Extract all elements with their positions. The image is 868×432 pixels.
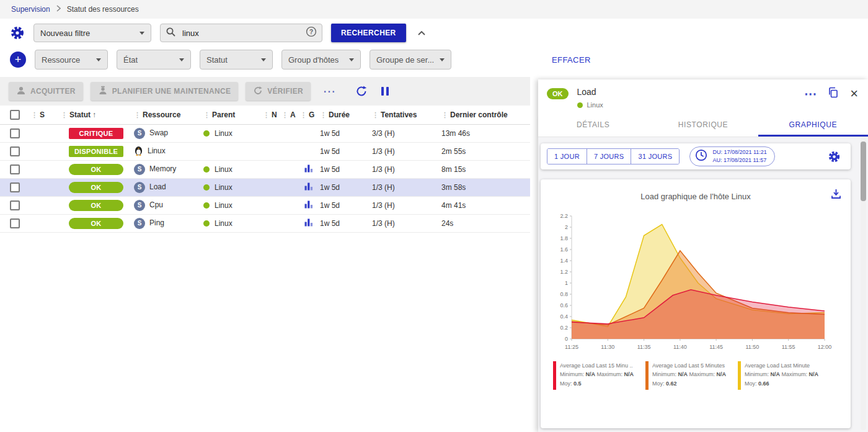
svg-text:11:45: 11:45 [709, 344, 723, 350]
row-checkbox[interactable] [10, 128, 20, 138]
drag-handle-icon[interactable]: ⋮ [31, 111, 38, 119]
resource-cell[interactable]: SLoad [133, 178, 202, 196]
column-header-parent[interactable]: ⋮Parent [202, 106, 262, 124]
breadcrumb-supervision[interactable]: Supervision [11, 5, 50, 14]
column-header-ressource[interactable]: ⋮Ressource [133, 106, 202, 124]
criteria-select-4[interactable]: Group d'hôtes [281, 50, 361, 70]
ack-cell [280, 160, 299, 178]
chevron-down-icon [349, 58, 354, 61]
downtime-button[interactable]: PLANIFIER UNE MAINTENANCE [91, 82, 239, 101]
select-all-checkbox[interactable] [10, 110, 20, 120]
more-actions-icon[interactable]: ⋯ [323, 85, 335, 97]
row-checkbox[interactable] [10, 164, 20, 174]
row-checkbox[interactable] [10, 200, 20, 210]
column-header-s[interactable]: ⋮S [30, 106, 60, 124]
resource-cell[interactable]: SMemory [133, 160, 202, 178]
resource-name: Cpu [149, 200, 163, 209]
filter-settings-gear-icon[interactable] [10, 25, 25, 40]
panel-more-icon[interactable]: ⋯ [804, 90, 817, 97]
panel-scrollbar[interactable] [861, 137, 866, 430]
date-range-picker[interactable]: DU: 17/08/2021 11:21 AU: 17/08/2021 11:5… [689, 146, 774, 166]
parent-cell[interactable]: Linux [202, 214, 262, 232]
legend-item[interactable]: Average Load Last MinuteMinimum: N/A Max… [738, 361, 830, 390]
criteria-select-3[interactable]: Statut [200, 50, 273, 70]
recheck-icon [253, 86, 263, 97]
drag-handle-icon[interactable]: ⋮ [441, 111, 448, 119]
chart-legend: Average Load Last 15 Minu ..Minimum: N/A… [553, 361, 847, 390]
table-row-cpu[interactable]: OKSCpuLinux1w 5d1/3 (H)4m 41s [0, 196, 530, 214]
resource-name: Memory [149, 164, 176, 173]
graph-icon[interactable] [304, 164, 313, 174]
row-checkbox[interactable] [10, 182, 20, 192]
column-header-dernier-contr-le[interactable]: ⋮Dernier contrôle [440, 106, 530, 124]
legend-series-name: Average Load Last 5 Minutes [652, 362, 725, 369]
legend-item[interactable]: Average Load Last 5 MinutesMinimum: N/A … [645, 361, 738, 390]
graph-icon[interactable] [304, 182, 313, 192]
parent-cell[interactable]: Linux [202, 196, 262, 214]
resource-cell[interactable]: Linux [133, 142, 202, 160]
panel-scrollbar-thumb[interactable] [861, 142, 866, 201]
legend-item[interactable]: Average Load Last 15 Minu ..Minimum: N/A… [553, 361, 645, 390]
row-checkbox[interactable] [10, 218, 20, 228]
criteria-select-2[interactable]: État [117, 50, 191, 70]
refresh-icon[interactable] [355, 85, 368, 97]
drag-handle-icon[interactable]: ⋮ [320, 111, 327, 119]
parent-name: Linux [215, 183, 232, 192]
last-check-cell: 4m 41s [440, 196, 530, 214]
column-label: S [40, 110, 45, 119]
drag-handle-icon[interactable]: ⋮ [281, 111, 288, 119]
copy-link-icon[interactable] [828, 87, 839, 101]
help-icon[interactable]: ? [306, 26, 317, 40]
export-graph-icon[interactable] [830, 188, 842, 202]
check-button[interactable]: VÉRIFIER [246, 82, 311, 101]
table-row-linux[interactable]: DISPONIBLELinux1w 5d1/3 (H)2m 55s [0, 142, 530, 160]
period-button-7-jours[interactable]: 7 JOURS [587, 149, 632, 164]
period-button-1-jour[interactable]: 1 JOUR [547, 149, 587, 164]
column-header-dur-e[interactable]: ⋮Durée [319, 106, 371, 124]
parent-cell[interactable]: Linux [202, 124, 262, 142]
drag-handle-icon[interactable]: ⋮ [134, 111, 141, 119]
column-header-g[interactable]: ⋮G [299, 106, 319, 124]
graph-controls-card: 1 JOUR7 JOURS31 JOURS DU: 17/08/2021 11:… [541, 143, 851, 169]
parent-cell[interactable] [202, 142, 262, 160]
graph-settings-gear-icon[interactable] [828, 150, 841, 163]
table-row-ping[interactable]: OKSPingLinux1w 5d1/3 (H)24s [0, 214, 530, 232]
row-checkbox[interactable] [10, 146, 20, 156]
graph-icon[interactable] [304, 218, 313, 228]
column-header-a[interactable]: ⋮A [280, 106, 299, 124]
criteria-select-1[interactable]: Ressource [35, 50, 108, 70]
status-badge: DISPONIBLE [69, 146, 123, 157]
collapse-filters-chevron-up-icon[interactable] [417, 30, 426, 37]
clear-filters-button[interactable]: EFFACER [552, 55, 591, 65]
search-input[interactable] [181, 28, 301, 38]
column-header-tentatives[interactable]: ⋮Tentatives [371, 106, 440, 124]
pause-icon[interactable] [380, 86, 390, 97]
column-header-n[interactable]: ⋮N [262, 106, 280, 124]
duration-cell: 1w 5d [319, 178, 371, 196]
table-row-memory[interactable]: OKSMemoryLinux1w 5d1/3 (H)8m 15s [0, 160, 530, 178]
drag-handle-icon[interactable]: ⋮ [61, 111, 68, 119]
graph-icon[interactable] [304, 200, 313, 210]
resource-cell[interactable]: SCpu [133, 196, 202, 214]
drag-handle-icon[interactable]: ⋮ [300, 111, 307, 119]
drag-handle-icon[interactable]: ⋮ [372, 111, 379, 119]
saved-filter-select[interactable]: Nouveau filtre [33, 24, 151, 42]
drag-handle-icon[interactable]: ⋮ [263, 111, 270, 119]
tab-graphique[interactable]: GRAPHIQUE [758, 114, 868, 137]
search-button[interactable]: RECHERCHER [331, 24, 406, 42]
tab-d-tails[interactable]: DÉTAILS [538, 114, 648, 137]
tab-historique[interactable]: HISTORIQUE [648, 114, 758, 137]
drag-handle-icon[interactable]: ⋮ [203, 111, 210, 119]
criteria-select-5[interactable]: Groupe de ser... [370, 50, 451, 70]
table-row-load[interactable]: OKSLoadLinux1w 5d1/3 (H)3m 58s [0, 178, 530, 196]
parent-cell[interactable]: Linux [202, 160, 262, 178]
period-button-31-jours[interactable]: 31 JOURS [631, 149, 679, 164]
add-criteria-button[interactable]: + [10, 52, 26, 68]
table-row-swap[interactable]: CRITIQUESSwapLinux1w 5d3/3 (H)13m 46s [0, 124, 530, 142]
resource-cell[interactable]: SPing [133, 214, 202, 232]
acknowledge-button[interactable]: ACQUITTER [9, 82, 83, 101]
column-header-statut[interactable]: ⋮Statut↑ [60, 106, 133, 124]
parent-cell[interactable]: Linux [202, 178, 262, 196]
close-icon[interactable]: × [850, 88, 858, 99]
resource-cell[interactable]: SSwap [133, 124, 202, 142]
